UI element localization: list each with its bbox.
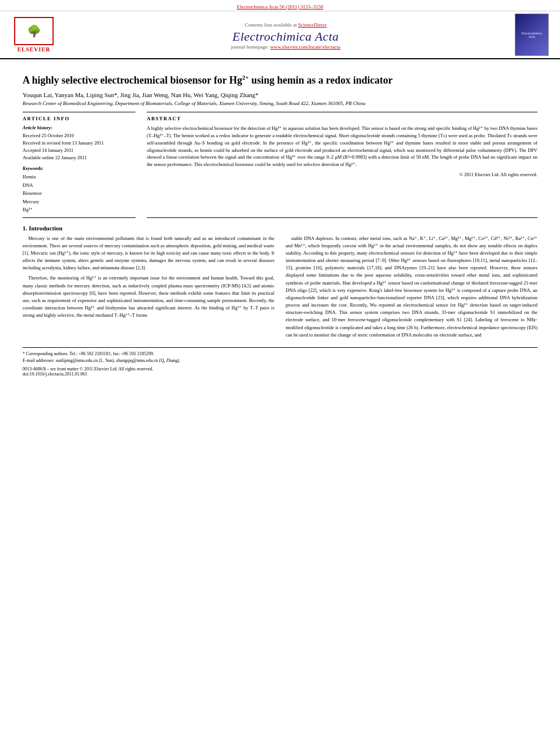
keyword-hemin: Hemin <box>23 173 135 181</box>
elsevier-wordmark: ELSEVIER <box>18 46 51 53</box>
homepage-link[interactable]: www.elsevier.com/locate/electacta <box>270 44 340 50</box>
footnote-corresponding: * Corresponding authors. Tel.: +86 592 2… <box>23 351 537 357</box>
intro-right-col: stable DNA duplexes. In contrast, other … <box>286 235 537 342</box>
thumb-text: ElectrochimicaActa <box>522 32 542 38</box>
abstract-text: A highly selective electrochemical biose… <box>147 125 537 168</box>
history-received: Received 25 October 2010 <box>23 132 135 139</box>
introduction-body: Mercury is one of the main environmental… <box>23 235 537 342</box>
section-title-introduction: 1. Introduction <box>23 225 537 231</box>
abstract-col: ABSTRACT A highly selective electrochemi… <box>147 112 537 217</box>
journal-citation: Electrochimica Acta 56 (2011) 3153–3158 <box>0 3 560 10</box>
issn-text: 0013-4686/$ – see front matter © 2011 El… <box>23 366 153 372</box>
keywords-label: Keywords: <box>23 165 135 171</box>
keyword-dna: DNA <box>23 181 135 189</box>
doi-line: 0013-4686/$ – see front matter © 2011 El… <box>23 366 537 377</box>
title-superscript: 2+ <box>242 74 249 81</box>
logo-box: 🌳 <box>14 17 54 45</box>
article-info-abstract: ARTICLE INFO Article history: Received 2… <box>23 112 537 217</box>
elsevier-logo: 🌳 ELSEVIER <box>11 17 56 53</box>
journal-citation-text[interactable]: Electrochimica Acta 56 (2011) 3153–3158 <box>237 4 323 10</box>
history-accepted: Accepted 14 January 2011 <box>23 147 135 154</box>
journal-banner: 🌳 ELSEVIER Contents lists available at S… <box>0 11 560 59</box>
intro-para-2: stable DNA duplexes. In contrast, other … <box>286 235 537 339</box>
abstract-label: ABSTRACT <box>147 116 537 121</box>
keyword-hg: Hg²⁺ <box>23 206 135 213</box>
history-online: Available online 22 January 2011 <box>23 154 135 161</box>
doi-text: doi:10.1016/j.electacta.2011.01.061 <box>23 372 88 377</box>
footnote-emails: E-mail addresses: sunliping@nmu.edu.cn (… <box>23 357 537 364</box>
keyword-mercury: Mercury <box>23 198 135 206</box>
journal-header: Electrochimica Acta 56 (2011) 3153–3158 <box>0 0 560 11</box>
journal-homepage: journal homepage: www.elsevier.com/locat… <box>56 44 515 50</box>
intro-para-1: Mercury is one of the main environmental… <box>23 235 274 320</box>
keyword-biosensor: Biosensor <box>23 189 135 197</box>
journal-name: Electrochimica Acta <box>56 29 515 44</box>
authors: Youqun Lai, Yanyan Ma, Liping Sun*, Jing… <box>23 91 537 98</box>
intro-left-col: Mercury is one of the main environmental… <box>23 235 274 342</box>
journal-thumbnail: ElectrochimicaActa <box>515 14 549 56</box>
journal-center: Contents lists available at ScienceDirec… <box>56 20 515 50</box>
article-title: A highly selective electrochemical biose… <box>23 73 537 87</box>
main-content: A highly selective electrochemical biose… <box>0 59 560 382</box>
copyright: © 2011 Elsevier Ltd. All rights reserved… <box>147 172 537 177</box>
article-info-label: ARTICLE INFO <box>23 116 135 121</box>
history-label: Article history: <box>23 125 135 130</box>
tree-icon: 🌳 <box>27 24 41 38</box>
affiliation: Research Center of Biomedical Engineerin… <box>23 101 537 106</box>
article-info-col: ARTICLE INFO Article history: Received 2… <box>23 112 135 217</box>
contents-line: Contents lists available at ScienceDirec… <box>56 20 515 29</box>
footnote-area: * Corresponding authors. Tel.: +86 592 2… <box>23 347 537 377</box>
history-revised: Received in revised form 13 January 2011 <box>23 139 135 147</box>
sciencedirect-link[interactable]: ScienceDirect <box>298 22 326 28</box>
section-introduction: 1. Introduction Mercury is one of the ma… <box>23 225 537 342</box>
